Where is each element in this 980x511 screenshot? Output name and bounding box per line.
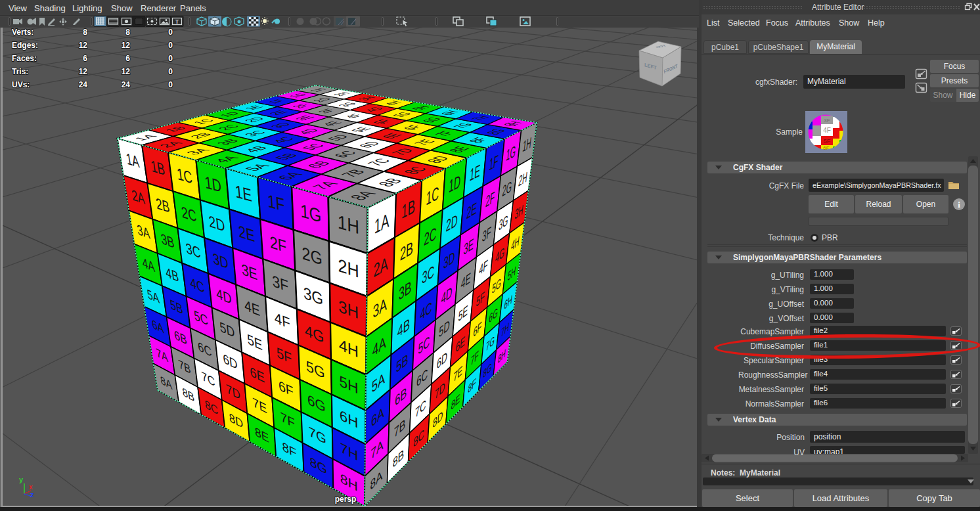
svg-text:Faces:: Faces:: [12, 54, 37, 63]
svg-text:5F: 5F: [824, 138, 831, 144]
svg-text:6: 6: [83, 54, 87, 63]
svg-text:24: 24: [79, 80, 88, 89]
svg-text:i: i: [958, 200, 960, 210]
svg-text:12: 12: [122, 67, 131, 76]
svg-text:0: 0: [168, 80, 173, 89]
svg-text:Tris:: Tris:: [12, 67, 28, 76]
svg-text:0: 0: [168, 28, 173, 37]
svg-text:8: 8: [83, 28, 87, 37]
svg-text:0: 0: [168, 54, 173, 63]
svg-text:0: 0: [168, 41, 173, 50]
svg-text:12: 12: [79, 41, 88, 50]
svg-text:persp: persp: [335, 495, 357, 504]
svg-text:12: 12: [122, 41, 131, 50]
svg-text:Edges:: Edges:: [12, 41, 38, 50]
svg-text:6: 6: [125, 54, 130, 63]
svg-text:24: 24: [122, 80, 131, 89]
svg-text:Verts:: Verts:: [12, 28, 33, 37]
svg-text:3F: 3F: [824, 118, 830, 123]
svg-text:0: 0: [168, 67, 173, 76]
svg-text:x: x: [29, 483, 33, 491]
svg-text:z: z: [30, 491, 34, 499]
svg-text:4F: 4F: [823, 127, 831, 134]
svg-text:y: y: [19, 476, 24, 483]
svg-text:UVs:: UVs:: [12, 80, 30, 89]
svg-text:12: 12: [79, 67, 88, 76]
svg-text:8: 8: [125, 28, 130, 37]
svg-text:6F: 6F: [823, 145, 829, 151]
